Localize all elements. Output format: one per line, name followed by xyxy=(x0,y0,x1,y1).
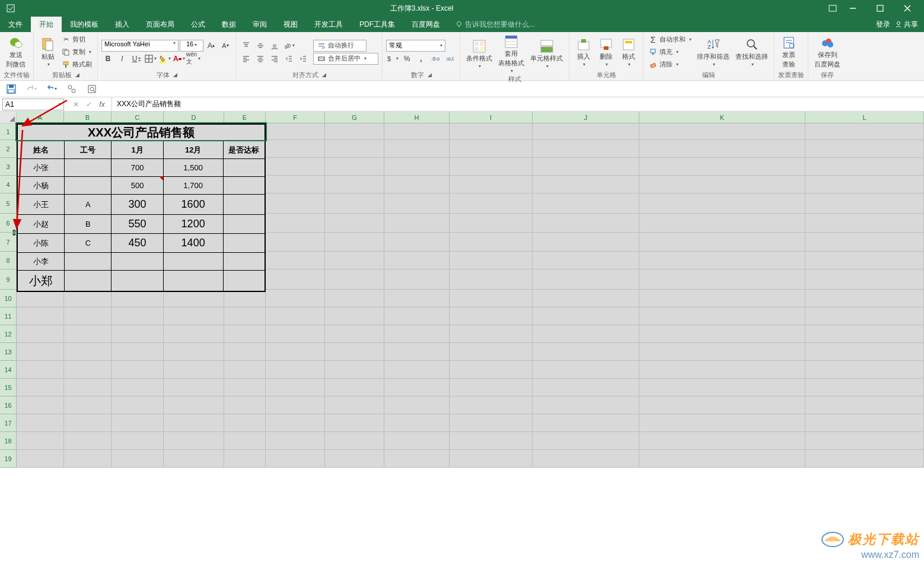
cell[interactable] xyxy=(639,396,805,414)
tell-me[interactable]: 告诉我您想要做什么... xyxy=(455,17,535,32)
cell[interactable] xyxy=(639,290,805,307)
share-button[interactable]: 共享 xyxy=(895,20,918,30)
table-cell[interactable]: 1,500 xyxy=(164,159,224,177)
cell[interactable] xyxy=(384,450,450,468)
cell[interactable] xyxy=(384,158,450,176)
row-header-16[interactable]: 16 xyxy=(0,396,17,414)
percent-button[interactable]: % xyxy=(400,53,413,65)
cell[interactable] xyxy=(325,414,384,432)
maximize-button[interactable] xyxy=(868,2,892,15)
cell[interactable] xyxy=(450,233,533,252)
row-header-8[interactable]: 8 xyxy=(0,252,17,269)
row-header-15[interactable]: 15 xyxy=(0,379,17,396)
sort-filter-button[interactable]: AZ排序和筛选▾ xyxy=(694,36,732,68)
cell[interactable] xyxy=(266,193,325,214)
cell[interactable] xyxy=(450,432,533,450)
row-header-5[interactable]: 5 xyxy=(0,193,17,214)
cell[interactable] xyxy=(384,176,450,193)
cell[interactable] xyxy=(164,290,224,307)
cut-button[interactable]: ✂剪切 xyxy=(60,34,94,46)
cell[interactable] xyxy=(384,269,450,290)
table-cell[interactable] xyxy=(224,234,265,253)
cell[interactable] xyxy=(639,343,805,361)
cell[interactable] xyxy=(639,252,805,269)
table-cell[interactable]: 小杨 xyxy=(18,177,65,195)
row-header-10[interactable]: 10 xyxy=(0,290,17,307)
cell[interactable] xyxy=(533,307,639,325)
cell[interactable] xyxy=(450,214,533,233)
cell[interactable] xyxy=(224,307,266,325)
table-cell[interactable] xyxy=(224,159,265,177)
cell[interactable] xyxy=(224,343,266,361)
cell[interactable] xyxy=(639,361,805,379)
cell[interactable] xyxy=(450,158,533,176)
cell[interactable] xyxy=(64,414,111,432)
cell[interactable] xyxy=(164,307,224,325)
cell[interactable] xyxy=(224,414,266,432)
cell[interactable] xyxy=(639,414,805,432)
cell[interactable] xyxy=(450,193,533,214)
align-top-button[interactable] xyxy=(240,40,253,52)
cell[interactable] xyxy=(533,414,639,432)
align-bottom-button[interactable] xyxy=(268,40,281,52)
cell[interactable] xyxy=(533,396,639,414)
cell[interactable] xyxy=(533,123,639,140)
col-header-D[interactable]: D xyxy=(164,112,224,123)
table-cell[interactable]: 700 xyxy=(111,159,163,177)
row-header-4[interactable]: 4 xyxy=(0,176,17,193)
cell[interactable] xyxy=(533,233,639,252)
table-cell[interactable] xyxy=(111,271,163,291)
col-header-I[interactable]: I xyxy=(450,112,533,123)
wrap-text-button[interactable]: 自动换行 xyxy=(313,40,367,52)
menu-tab-10[interactable]: PDF工具集 xyxy=(351,17,403,32)
cell[interactable] xyxy=(450,290,533,307)
bold-button[interactable]: B xyxy=(101,53,114,65)
cell[interactable] xyxy=(266,325,325,343)
cell[interactable] xyxy=(805,396,924,414)
cell[interactable] xyxy=(224,396,266,414)
cell[interactable] xyxy=(805,176,924,193)
cell[interactable] xyxy=(384,290,450,307)
row-headers[interactable]: 12345678910111213141516171819 xyxy=(0,123,17,468)
menu-tab-8[interactable]: 视图 xyxy=(275,17,306,32)
cell[interactable] xyxy=(450,307,533,325)
cell[interactable] xyxy=(325,252,384,269)
table-cell[interactable]: 小郑 xyxy=(18,271,65,291)
row-header-1[interactable]: 1 xyxy=(0,123,17,140)
cell[interactable] xyxy=(384,361,450,379)
table-cell[interactable]: C xyxy=(65,234,111,253)
menu-tab-9[interactable]: 开发工具 xyxy=(306,17,351,32)
cell[interactable] xyxy=(384,140,450,158)
cell[interactable] xyxy=(64,361,111,379)
align-left-button[interactable] xyxy=(240,53,253,65)
cell[interactable] xyxy=(325,176,384,193)
cell[interactable] xyxy=(17,307,64,325)
cell[interactable] xyxy=(533,176,639,193)
cell[interactable] xyxy=(450,269,533,290)
column-headers[interactable]: ABCDEFGHIJKL xyxy=(17,112,924,123)
cell[interactable] xyxy=(325,140,384,158)
col-header-J[interactable]: J xyxy=(533,112,639,123)
decrease-decimal-button[interactable]: .00.0 xyxy=(443,53,456,65)
row-header-17[interactable]: 17 xyxy=(0,414,17,432)
send-to-wechat-button[interactable]: 发送到微信 xyxy=(4,34,28,70)
cell[interactable] xyxy=(805,343,924,361)
increase-font-button[interactable]: A▴ xyxy=(205,40,218,52)
cell[interactable] xyxy=(450,325,533,343)
cell[interactable] xyxy=(325,432,384,450)
cell[interactable] xyxy=(533,361,639,379)
cell[interactable] xyxy=(639,214,805,233)
cell[interactable] xyxy=(64,343,111,361)
cell[interactable] xyxy=(111,414,164,432)
cell[interactable] xyxy=(164,450,224,468)
cell[interactable] xyxy=(639,123,805,140)
cell[interactable] xyxy=(266,379,325,396)
cell[interactable] xyxy=(450,379,533,396)
menu-tab-4[interactable]: 页面布局 xyxy=(138,17,183,32)
cell[interactable] xyxy=(164,343,224,361)
format-cells-button[interactable]: 格式▾ xyxy=(618,36,639,68)
cell[interactable] xyxy=(639,307,805,325)
cell[interactable] xyxy=(384,379,450,396)
insert-cells-button[interactable]: 插入▾ xyxy=(573,36,594,68)
cell[interactable] xyxy=(111,361,164,379)
